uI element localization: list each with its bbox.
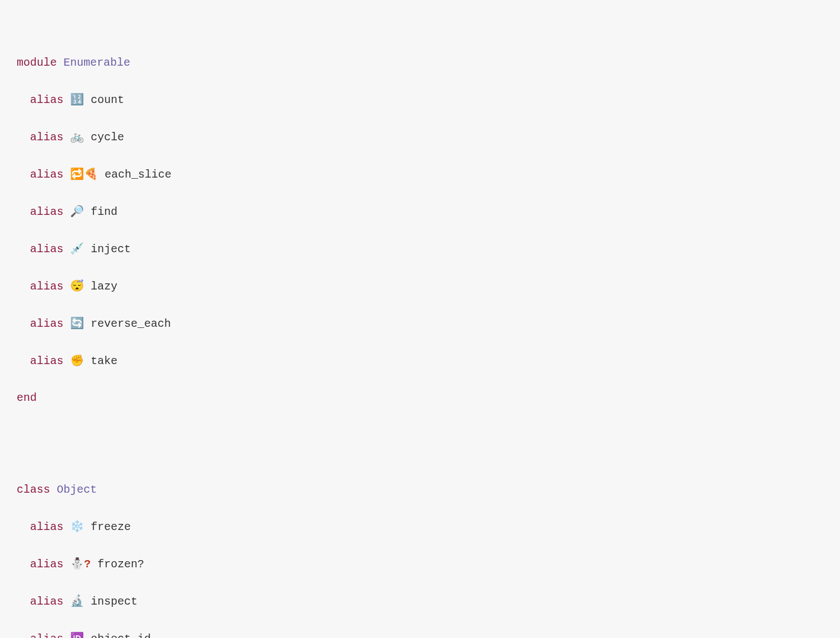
keyword-class: class xyxy=(17,483,50,496)
alias-line: alias 🔁🍕 each_slice xyxy=(17,165,823,184)
question-mark: ? xyxy=(84,558,91,571)
method-name: count xyxy=(91,94,124,106)
emoji-icon: 🔎 xyxy=(70,204,84,218)
alias-line: alias 🔬 inspect xyxy=(17,592,823,611)
alias-line: alias 😴 lazy xyxy=(17,277,823,296)
method-name: inject xyxy=(91,243,131,256)
method-name: freeze xyxy=(91,521,131,533)
method-name: take xyxy=(91,355,117,367)
method-name: inspect xyxy=(91,595,137,608)
keyword-alias: alias xyxy=(30,558,63,571)
keyword-alias: alias xyxy=(30,94,63,106)
method-name: cycle xyxy=(91,131,124,144)
emoji-icon: 🔬 xyxy=(70,594,84,607)
keyword-alias: alias xyxy=(30,521,63,533)
emoji-icon: 😴 xyxy=(70,279,84,292)
method-name: object_id xyxy=(91,632,151,638)
keyword-alias: alias xyxy=(30,168,63,181)
block-end: end xyxy=(17,389,823,407)
keyword-module: module xyxy=(17,56,57,69)
class-name: Enumerable xyxy=(63,56,130,69)
block-header: class Object xyxy=(17,480,823,499)
alias-line: alias ❄️ freeze xyxy=(17,517,823,536)
method-name: reverse_each xyxy=(91,317,171,330)
block-header: module Enumerable xyxy=(17,53,823,72)
emoji-icon: 🔄 xyxy=(70,316,84,330)
emoji-icon: ❄️ xyxy=(70,519,84,533)
alias-line: alias 🚲 cycle xyxy=(17,127,823,146)
code-block: module Enumerable alias 🔢 count alias 🚲 … xyxy=(17,17,823,638)
emoji-icon: 🆔 xyxy=(70,631,84,638)
class-name: Object xyxy=(57,483,97,496)
method-name: lazy xyxy=(91,280,117,293)
keyword-alias: alias xyxy=(30,355,63,367)
alias-line: alias 🔄 reverse_each xyxy=(17,314,823,333)
keyword-end: end xyxy=(17,391,37,404)
keyword-alias: alias xyxy=(30,131,63,144)
keyword-alias: alias xyxy=(30,317,63,330)
emoji-icon: ⛄ xyxy=(70,557,84,570)
keyword-alias: alias xyxy=(30,632,63,638)
alias-line: alias ✊ take xyxy=(17,351,823,370)
keyword-alias: alias xyxy=(30,280,63,293)
alias-line: alias 🔎 find xyxy=(17,202,823,221)
emoji-icon: ✊ xyxy=(70,354,84,367)
keyword-alias: alias xyxy=(30,243,63,256)
emoji-icon: 🔁🍕 xyxy=(70,167,98,180)
alias-line: alias ⛄? frozen? xyxy=(17,554,823,573)
blank-line xyxy=(17,425,823,444)
emoji-icon: 🔢 xyxy=(70,92,84,106)
keyword-alias: alias xyxy=(30,205,63,218)
method-name: each_slice xyxy=(105,168,171,181)
alias-line: alias 🆔 object_id xyxy=(17,629,823,638)
method-name: find xyxy=(91,205,117,218)
alias-line: alias 💉 inject xyxy=(17,239,823,258)
keyword-alias: alias xyxy=(30,595,63,608)
method-name: frozen? xyxy=(97,558,144,571)
alias-line: alias 🔢 count xyxy=(17,90,823,109)
emoji-icon: 🚲 xyxy=(70,130,84,143)
emoji-icon: 💉 xyxy=(70,242,84,255)
